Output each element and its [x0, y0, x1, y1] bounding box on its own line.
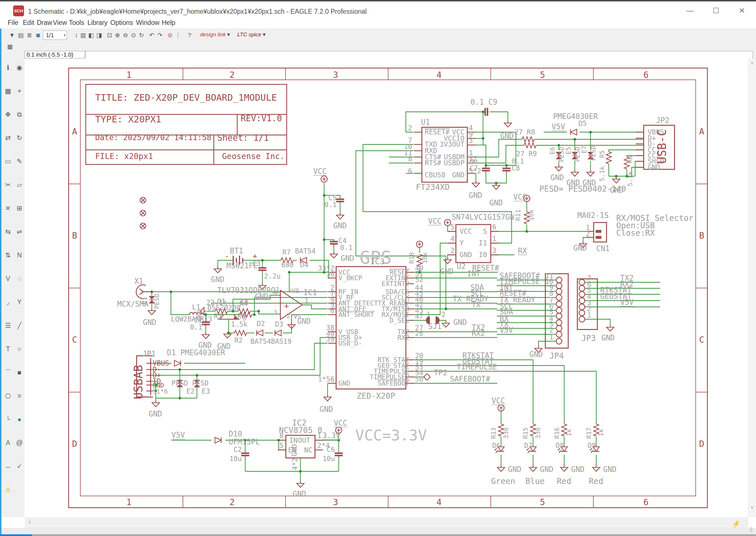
tool-add[interactable]: ⊞ [14, 203, 25, 213]
gnd-symbol[interactable] [587, 170, 594, 176]
vcc-symbol[interactable] [321, 176, 327, 182]
jp3-pin[interactable] [579, 316, 585, 322]
undo-button[interactable]: ↶ [147, 31, 156, 40]
gnd-symbol[interactable] [148, 308, 155, 315]
tool-miter[interactable]: ◞ [3, 297, 13, 307]
tool-paste[interactable]: ▱ [14, 180, 25, 190]
tool-arc[interactable]: ⌒ [3, 368, 13, 377]
diode-d1[interactable] [174, 360, 181, 366]
scroll-up-icon[interactable]: ˄ [751, 60, 754, 66]
menu-file[interactable]: File [8, 19, 18, 27]
menu-view[interactable]: View [53, 19, 67, 27]
display-layers-button[interactable]: ◧ [87, 31, 95, 40]
gnd-symbol[interactable] [442, 321, 450, 327]
tool-show[interactable]: ◉ [14, 63, 25, 72]
zoom-redraw-button[interactable]: ↻ [137, 31, 146, 40]
maximize-button[interactable]: ☐ [708, 5, 724, 16]
net-wire[interactable] [324, 240, 334, 240]
tool-delete[interactable]: ✕ [3, 203, 13, 213]
horizontal-scrollbar[interactable]: ‹ › [25, 517, 748, 528]
jp3-pin[interactable] [579, 280, 585, 285]
resistor-r5[interactable] [606, 151, 612, 164]
tool-group[interactable]: ▭ [3, 156, 13, 166]
tool-wire[interactable]: ╱ [14, 320, 25, 330]
open-button[interactable]: ▼ [8, 31, 16, 40]
net-wire[interactable] [302, 305, 328, 309]
tool-errors[interactable]: ⚠ [3, 485, 13, 494]
gnd-symbol[interactable] [214, 267, 222, 273]
capacitor-c8[interactable] [502, 167, 511, 173]
gnd-symbol[interactable] [324, 395, 331, 401]
menu-tools[interactable]: Tools [69, 19, 84, 27]
tool-junction[interactable]: ● [14, 415, 25, 424]
zoom-select-button[interactable]: ⊙ [129, 31, 138, 40]
stop-button[interactable]: ⊘ [166, 31, 174, 40]
jp3-pin[interactable] [579, 310, 585, 316]
vcc-symbol[interactable] [417, 241, 423, 248]
net-wire[interactable] [635, 161, 644, 176]
menu-draw[interactable]: Draw [37, 19, 52, 27]
resistor-r2[interactable] [235, 330, 247, 336]
tool-info[interactable]: ℹ [3, 63, 13, 72]
vcc-symbol[interactable] [498, 405, 504, 411]
gnd-symbol[interactable] [555, 165, 562, 171]
zoom-out-button[interactable]: ⊖ [121, 31, 130, 40]
sheet-selector[interactable]: 1/1 ▾ [43, 31, 67, 40]
gnd-symbol[interactable] [607, 325, 614, 331]
diode-d2[interactable] [257, 330, 263, 336]
tool-rotate[interactable]: ↻ [14, 133, 25, 143]
tool-polygon[interactable]: ⬠ [3, 391, 13, 401]
gnd-symbol[interactable] [492, 183, 500, 189]
jp4-pin[interactable] [556, 338, 562, 344]
design-link-button[interactable]: design link ▾ [200, 31, 230, 38]
net-wire[interactable] [448, 255, 456, 258]
net-wire[interactable] [483, 112, 486, 168]
gnd-symbol[interactable] [152, 400, 160, 407]
menu-options[interactable]: Options [110, 19, 133, 27]
zoom-fit-button[interactable]: ⊡ [105, 31, 114, 40]
diode-d5[interactable] [571, 129, 577, 135]
resistor-r9[interactable] [524, 143, 536, 148]
ltc-spice-button[interactable]: LTC spice ▾ [237, 31, 266, 38]
tool-mark[interactable]: + [14, 86, 25, 96]
jp4-pin[interactable] [556, 331, 562, 337]
export-image-button[interactable]: ◙ [34, 31, 42, 40]
menu-help[interactable]: Help [162, 19, 175, 27]
tool-dimension[interactable]: ↔ [3, 461, 13, 471]
net-wire[interactable] [414, 371, 596, 424]
tool-split[interactable]: Y [14, 297, 25, 307]
frame-tool-icon[interactable]: ▦ [6, 42, 14, 51]
gnd-symbol[interactable] [497, 465, 505, 471]
tool-display[interactable]: ▦ [3, 86, 13, 96]
tool-invoke[interactable]: ☰ [3, 320, 13, 330]
jp4-pin[interactable] [556, 308, 562, 313]
tool-smash[interactable]: ◌ [14, 274, 25, 284]
tool-label[interactable]: A [3, 438, 13, 448]
capacitor-c9[interactable] [483, 108, 489, 116]
tool-pinswap[interactable]: ⇆ [3, 227, 13, 237]
jp3-pin[interactable] [579, 304, 585, 310]
diode-d3[interactable] [275, 330, 281, 336]
capacitor-c7[interactable] [482, 167, 490, 173]
tool-erc[interactable]: ✓ [14, 461, 25, 471]
scroll-left-icon[interactable]: ‹ [29, 518, 31, 526]
go-button[interactable]: ⋮ [174, 31, 182, 40]
jp3-pin[interactable] [579, 291, 585, 297]
help-button[interactable]: ? [185, 31, 194, 40]
scroll-down-icon[interactable]: ˅ [751, 505, 754, 511]
net-wire[interactable] [539, 341, 556, 347]
tool-mirror[interactable]: ⇄ [3, 133, 13, 143]
tool-cut[interactable]: ✂ [3, 180, 13, 190]
tool-copy[interactable]: ⧉ [14, 110, 25, 119]
jp4-pin[interactable] [556, 295, 562, 300]
capacitor-c2[interactable] [241, 452, 249, 458]
zoom-in-button[interactable]: ⊕ [113, 31, 122, 40]
tool-net[interactable]: └ [3, 415, 13, 424]
redo-button[interactable]: ↷ [155, 31, 164, 40]
jp4-pin[interactable] [556, 313, 562, 319]
no-connect-marker[interactable] [140, 223, 146, 229]
net-wire[interactable] [475, 139, 522, 157]
tool-move[interactable]: ✥ [3, 110, 13, 119]
tool-attribute[interactable]: @ [14, 438, 25, 448]
jp4-pin[interactable] [556, 277, 562, 283]
